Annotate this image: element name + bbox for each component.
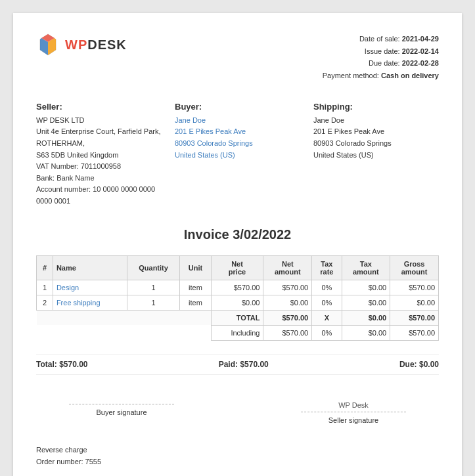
total-net-amount: $570.00 [263, 310, 312, 325]
row1-name: Design [53, 280, 127, 295]
seller-block: Seller: WP DESK LTD Unit 4e Enterprise C… [36, 102, 162, 207]
footer-notes: Reverse charge Order number: 7555 [36, 444, 439, 468]
payment-method: Payment method: Cash on delivery [323, 70, 439, 82]
col-num: # [37, 255, 53, 280]
row2-unit: item [180, 295, 211, 310]
buyer-address3: United States (US) [175, 150, 300, 162]
col-net-price: Netprice [211, 255, 263, 280]
due-date: Due date: 2022-02-28 [323, 57, 439, 70]
seller-sig-line [301, 412, 406, 412]
col-unit: Unit [180, 255, 211, 280]
total-tax-amount: $0.00 [342, 310, 390, 325]
row1-num: 1 [37, 280, 53, 295]
totals-bar: Total: $570.00 Paid: $570.00 Due: $0.00 [36, 354, 439, 375]
row1-unit: item [180, 280, 211, 295]
row1-net-price: $570.00 [211, 280, 263, 295]
including-net-amount: $570.00 [263, 325, 312, 340]
table-row: 2 Free shipping 1 item $0.00 $0.00 0% $0… [37, 295, 439, 310]
total-due: Due: $0.00 [399, 360, 439, 369]
footer-note1: Reverse charge [36, 444, 439, 456]
shipping-address2: 80903 Colorado Springs [313, 138, 439, 150]
row1-tax-amount: $0.00 [342, 280, 390, 295]
row2-num: 2 [37, 295, 53, 310]
row2-tax-rate: 0% [312, 295, 342, 310]
including-tax-rate: 0% [312, 325, 342, 340]
seller-name: WP DESK LTD [36, 115, 162, 127]
footer-note2: Order number: 7555 [36, 456, 439, 468]
including-tax-amount: $0.00 [342, 325, 390, 340]
date-info: Date of sale: 2021-04-29 Issue date: 202… [323, 33, 439, 82]
seller-sig-label: Seller signature [294, 416, 413, 424]
buyer-signature-block: Buyer signature [62, 401, 181, 424]
shipping-name: Jane Doe [313, 115, 439, 127]
including-empty [37, 325, 212, 340]
col-tax-rate: Taxrate [312, 255, 342, 280]
col-quantity: Quantity [127, 255, 180, 280]
seller-sig-name: WP Desk [294, 401, 413, 409]
seller-address2: S63 5DB United Kingdom [36, 150, 162, 162]
invoice-page: WPDESK Date of sale: 2021-04-29 Issue da… [13, 13, 462, 476]
invoice-table: # Name Quantity Unit Netprice Netamount … [36, 255, 439, 341]
buyer-block: Buyer: Jane Doe 201 E Pikes Peak Ave 809… [175, 102, 300, 207]
signatures-section: Buyer signature WP Desk Seller signature [36, 401, 439, 424]
shipping-block: Shipping: Jane Doe 201 E Pikes Peak Ave … [313, 102, 439, 207]
table-row: 1 Design 1 item $570.00 $570.00 0% $0.00… [37, 280, 439, 295]
shipping-address3: United States (US) [313, 150, 439, 162]
issue-date: Issue date: 2022-02-14 [323, 45, 439, 58]
row2-gross-amount: $0.00 [390, 295, 439, 310]
total-gross-amount: $570.00 [390, 310, 439, 325]
seller-signature-block: WP Desk Seller signature [294, 401, 413, 424]
shipping-address1: 201 E Pikes Peak Ave [313, 126, 439, 138]
seller-vat: VAT Number: 7011000958 [36, 161, 162, 173]
row2-net-price: $0.00 [211, 295, 263, 310]
buyer-sig-line [69, 404, 174, 404]
header: WPDESK Date of sale: 2021-04-29 Issue da… [36, 33, 439, 82]
total-paid: Paid: $570.00 [219, 360, 269, 369]
row1-gross-amount: $570.00 [390, 280, 439, 295]
row2-tax-amount: $0.00 [342, 295, 390, 310]
including-label: Including [211, 325, 263, 340]
total-total: Total: $570.00 [36, 360, 88, 369]
row1-tax-rate: 0% [312, 280, 342, 295]
buyer-name: Jane Doe [175, 115, 300, 127]
shipping-heading: Shipping: [313, 102, 439, 112]
total-empty [37, 310, 212, 325]
wpdesk-logo-icon [36, 33, 60, 56]
total-row: TOTAL $570.00 X $0.00 $570.00 [37, 310, 439, 325]
row1-quantity: 1 [127, 280, 180, 295]
row2-quantity: 1 [127, 295, 180, 310]
buyer-sig-label: Buyer signature [62, 408, 181, 416]
seller-bank: Bank: Bank Name [36, 173, 162, 184]
table-header-row: # Name Quantity Unit Netprice Netamount … [37, 255, 439, 280]
seller-address1: Unit 4e Enterprise Court, Farfield Park,… [36, 126, 162, 149]
total-tax-rate: X [312, 310, 342, 325]
buyer-heading: Buyer: [175, 102, 300, 112]
including-row: Including $570.00 0% $0.00 $570.00 [37, 325, 439, 340]
total-label: TOTAL [211, 310, 263, 325]
seller-account: Account number: 10 0000 0000 0000 0000 0… [36, 184, 162, 207]
col-net-amount: Netamount [263, 255, 312, 280]
row2-name: Free shipping [53, 295, 127, 310]
parties-section: Seller: WP DESK LTD Unit 4e Enterprise C… [36, 102, 439, 207]
row1-net-amount: $570.00 [263, 280, 312, 295]
invoice-title: Invoice 3/02/2022 [36, 227, 439, 242]
logo-text: WPDESK [65, 37, 127, 53]
date-of-sale: Date of sale: 2021-04-29 [323, 33, 439, 45]
including-gross-amount: $570.00 [390, 325, 439, 340]
buyer-address1: 201 E Pikes Peak Ave [175, 126, 300, 138]
logo-area: WPDESK [36, 33, 127, 56]
row2-net-amount: $0.00 [263, 295, 312, 310]
buyer-address2: 80903 Colorado Springs [175, 138, 300, 150]
col-gross-amount: Grossamount [390, 255, 439, 280]
col-tax-amount: Taxamount [342, 255, 390, 280]
seller-heading: Seller: [36, 102, 162, 112]
col-name: Name [53, 255, 127, 280]
